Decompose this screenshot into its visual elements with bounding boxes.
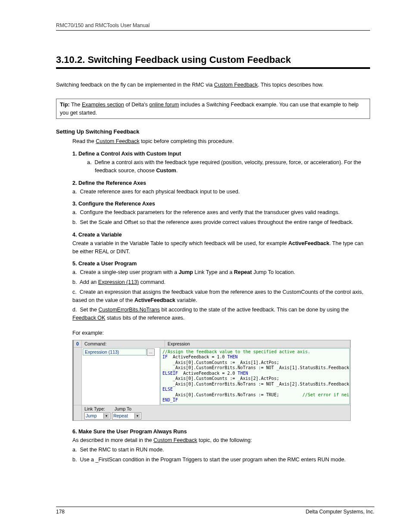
link-examples-section[interactable]: Examples section xyxy=(82,102,124,108)
step-6-title: 6. Make Sure the User Program Always Run… xyxy=(72,429,370,435)
link-type-combo[interactable]: Jump▾ xyxy=(84,412,110,420)
command-browse-button[interactable]: ... xyxy=(147,348,155,356)
tip-box: Tip: The Examples section of Delta's onl… xyxy=(56,99,370,119)
chevron-down-icon: ▾ xyxy=(103,413,109,419)
step-6-a: a. Set the RMC to start in RUN mode. xyxy=(72,446,370,454)
expression-editor[interactable]: //Assign the feedback value to the speci… xyxy=(160,348,350,404)
step-5-title: 5. Create a User Program xyxy=(72,261,370,267)
expression-column-header: Expression xyxy=(165,340,350,347)
step-4-title: 4. Create a Variable xyxy=(72,232,370,238)
step-2-title: 2. Define the Reference Axes xyxy=(72,180,370,186)
step-1-a: a. Define a control axis with the feedba… xyxy=(87,159,370,175)
link-custom-feedback-3[interactable]: Custom Feedback xyxy=(153,437,197,443)
command-input[interactable]: Expression (113) xyxy=(83,348,146,355)
link-feedback-ok[interactable]: Feedback OK xyxy=(72,315,105,321)
jump-to-combo[interactable]: Repeat▾ xyxy=(112,412,141,420)
step-5-c: c. Create an expression that assigns the… xyxy=(72,288,370,305)
chevron-down-icon: ▾ xyxy=(134,413,140,419)
read-first: Read the Custom Feedback topic before co… xyxy=(72,137,370,146)
step-5-a: a. Create a single-step user program wit… xyxy=(72,268,370,277)
link-custom-feedback[interactable]: Custom Feedback xyxy=(214,82,258,88)
link-type-label: Link Type: xyxy=(84,406,105,411)
for-example-label: For example: xyxy=(72,329,370,337)
step-1-title: 1. Define a Control Axis with Custom Inp… xyxy=(72,151,370,157)
link-expression-113[interactable]: Expression (113) xyxy=(98,279,139,285)
page-header: RMC70/150 and RMCTools User Manual xyxy=(56,22,370,31)
step-3-a: a. Configure the feedback parameters for… xyxy=(72,208,370,217)
step-number: 0 xyxy=(74,340,82,347)
step-6-intro: As described in more detail in the Custo… xyxy=(72,436,370,445)
company-name: Delta Computer Systems, Inc. xyxy=(306,509,374,515)
jump-to-label: Jump To xyxy=(115,406,132,411)
step-5-b: b. Add an Expression (113) command. xyxy=(72,278,370,286)
page-footer: 178 Delta Computer Systems, Inc. xyxy=(56,507,374,515)
step-5-d: d. Set the CustomErrorBits.NoTrans bit a… xyxy=(72,306,370,322)
code-example-panel: 0 Command: Expression Expression (113)..… xyxy=(72,340,351,421)
intro-paragraph: Switching feedback on the fly can be imp… xyxy=(56,81,370,89)
link-customerrorbits[interactable]: CustomErrorBits.NoTrans xyxy=(98,307,160,313)
subsection-heading: Setting Up Switching Feedback xyxy=(56,128,370,135)
link-online-forum[interactable]: online forum xyxy=(149,102,179,108)
page-number: 178 xyxy=(56,509,65,515)
step-6-b: b. Use a _FirstScan condition in the Pro… xyxy=(72,456,370,464)
step-4-paragraph: Create a variable in the Variable Table … xyxy=(72,240,370,256)
command-column-header: Command: xyxy=(82,340,165,347)
link-custom-feedback-2[interactable]: Custom Feedback xyxy=(96,138,139,144)
step-3-title: 3. Configure the Reference Axes xyxy=(72,201,370,207)
step-2-a: a. Create reference axes for each physic… xyxy=(72,188,370,196)
section-title: 3.10.2. Switching Feedback using Custom … xyxy=(56,54,370,65)
tip-label: Tip: xyxy=(60,102,70,108)
step-3-b: b. Set the Scale and Offset so that the … xyxy=(72,218,370,227)
